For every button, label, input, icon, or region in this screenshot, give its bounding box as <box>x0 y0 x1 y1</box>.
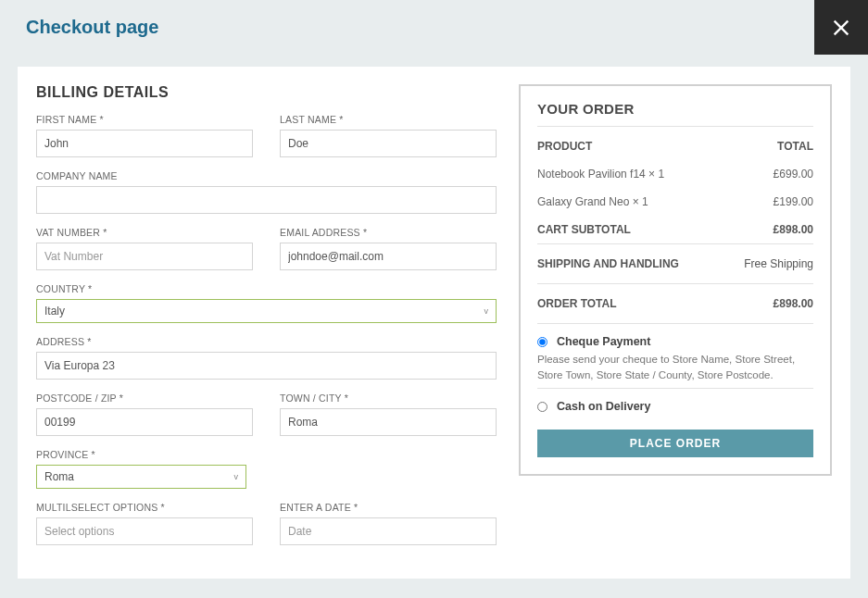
town-field: TOWN / CITY * <box>280 392 497 436</box>
order-item-row: Notebook Pavilion f14 × 1 £699.00 <box>537 160 813 188</box>
province-select[interactable]: Roma v <box>36 465 246 489</box>
multiselect-input[interactable] <box>36 517 253 545</box>
shipping-value: Free Shipping <box>744 257 813 270</box>
address-label: ADDRESS * <box>36 336 497 347</box>
address-input[interactable] <box>36 352 497 380</box>
product-header: PRODUCT <box>537 140 592 153</box>
order-summary: YOUR ORDER PRODUCT TOTAL Notebook Pavili… <box>519 84 832 476</box>
first-name-label: FIRST NAME * <box>36 114 253 125</box>
country-value: Italy <box>44 305 65 318</box>
cheque-radio[interactable] <box>537 337 547 347</box>
address-field: ADDRESS * <box>36 336 497 380</box>
payment-cod: Cash on Delivery <box>537 389 813 418</box>
first-name-input[interactable] <box>36 130 253 157</box>
postcode-field: POSTCODE / ZIP * <box>36 392 253 436</box>
last-name-input[interactable] <box>280 130 497 157</box>
order-item-row: Galaxy Grand Neo × 1 £199.00 <box>537 188 813 216</box>
shipping-label: SHIPPING AND HANDLING <box>537 257 679 270</box>
subtotal-label: CART SUBTOTAL <box>537 223 631 236</box>
vat-field: VAT NUMBER * <box>36 227 253 270</box>
province-value: Roma <box>44 470 74 483</box>
company-field: COMPANY NAME <box>36 170 497 214</box>
billing-section: BILLING DETAILS FIRST NAME * LAST NAME *… <box>36 84 497 558</box>
vat-label: VAT NUMBER * <box>36 227 253 238</box>
billing-heading: BILLING DETAILS <box>36 84 497 101</box>
close-icon <box>831 18 851 38</box>
item-price: £699.00 <box>774 168 813 181</box>
town-input[interactable] <box>280 408 497 436</box>
date-field: ENTER A DATE * <box>280 502 497 545</box>
chevron-down-icon: v <box>484 306 489 316</box>
cheque-label: Cheque Payment <box>557 335 650 348</box>
country-field: COUNTRY * Italy v <box>36 283 497 323</box>
total-label: ORDER TOTAL <box>537 297 617 310</box>
cod-label: Cash on Delivery <box>557 400 650 413</box>
province-label: PROVINCE * <box>36 449 497 460</box>
country-label: COUNTRY * <box>36 283 497 294</box>
cod-radio[interactable] <box>537 402 547 412</box>
place-order-button[interactable]: PLACE ORDER <box>537 430 813 457</box>
subtotal-row: CART SUBTOTAL £898.00 <box>537 216 813 243</box>
item-name: Notebook Pavilion f14 × 1 <box>537 168 664 181</box>
postcode-label: POSTCODE / ZIP * <box>36 392 253 404</box>
page-title: Checkout page <box>0 17 158 38</box>
country-select[interactable]: Italy v <box>36 299 497 323</box>
checkout-content: BILLING DETAILS FIRST NAME * LAST NAME *… <box>18 67 850 579</box>
total-header: TOTAL <box>777 140 813 153</box>
province-field: PROVINCE * Roma v <box>36 449 497 489</box>
chevron-down-icon: v <box>234 472 239 481</box>
last-name-label: LAST NAME * <box>280 114 497 125</box>
order-heading: YOUR ORDER <box>537 101 813 117</box>
total-row: ORDER TOTAL £898.00 <box>537 284 813 323</box>
multiselect-label: MULTILSELECT OPTIONS * <box>36 502 253 513</box>
first-name-field: FIRST NAME * <box>36 114 253 157</box>
multiselect-field: MULTILSELECT OPTIONS * <box>36 502 253 545</box>
order-header-row: PRODUCT TOTAL <box>537 127 813 160</box>
email-field: EMAIL ADDRESS * <box>280 227 497 270</box>
date-label: ENTER A DATE * <box>280 502 497 513</box>
email-input[interactable] <box>280 243 497 270</box>
town-label: TOWN / CITY * <box>280 392 497 404</box>
company-label: COMPANY NAME <box>36 170 497 181</box>
postcode-input[interactable] <box>36 408 253 436</box>
subtotal-value: £898.00 <box>774 223 813 236</box>
close-button[interactable] <box>814 0 868 55</box>
item-price: £199.00 <box>774 195 813 208</box>
vat-input[interactable] <box>36 243 253 270</box>
shipping-row: SHIPPING AND HANDLING Free Shipping <box>537 244 813 283</box>
date-input[interactable] <box>280 517 497 545</box>
email-label: EMAIL ADDRESS * <box>280 227 497 238</box>
total-value: £898.00 <box>774 297 813 310</box>
item-name: Galaxy Grand Neo × 1 <box>537 195 648 208</box>
header: Checkout page <box>0 0 868 55</box>
cheque-desc: Please send your cheque to Store Name, S… <box>537 352 813 382</box>
payment-cheque: Cheque Payment Please send your cheque t… <box>537 324 813 388</box>
last-name-field: LAST NAME * <box>280 114 497 157</box>
company-input[interactable] <box>36 186 497 214</box>
